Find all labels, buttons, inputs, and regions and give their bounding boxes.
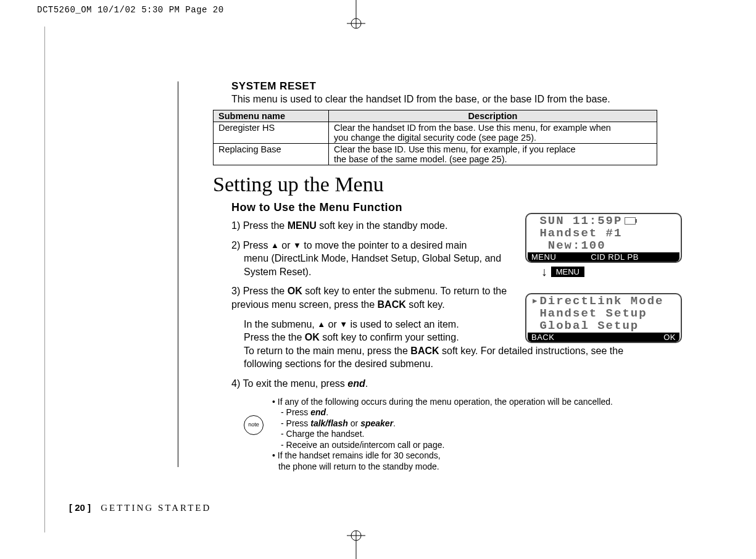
page-number: [ 20 ] xyxy=(69,502,91,513)
down-triangle-icon: ▼ xyxy=(293,241,301,250)
up-triangle-icon: ▲ xyxy=(317,320,325,329)
text: is used to select an item. xyxy=(347,319,459,329)
note-dash: - Charge the handset. xyxy=(281,429,613,440)
text: 2) Press xyxy=(231,240,271,251)
note-line: the phone will return to the standby mod… xyxy=(278,462,613,473)
lcd-line: ▸DirectLink Mode xyxy=(528,296,679,308)
text: 1) Press the xyxy=(231,220,288,231)
text: 3) Press the xyxy=(231,286,288,296)
lcd-softkey-bar: MENU CID RDL PB xyxy=(528,252,679,262)
page-footer: [ 20 ] GETTING STARTED xyxy=(69,502,211,513)
table-row: Replacing Base Clear the base ID. Use th… xyxy=(214,144,657,165)
printer-slug: DCT5260_OM 10/1/02 5:30 PM Page 20 xyxy=(37,5,224,15)
note-dash: - Press talk/flash or speaker. xyxy=(281,418,613,429)
lcd-line: New:100 xyxy=(528,240,679,252)
down-arrow-icon: ↓ xyxy=(541,265,547,278)
table-header-submenu: Submenu name xyxy=(214,110,329,122)
lcd-softkey: CID RDL PB xyxy=(591,253,638,262)
menu-tag: MENU xyxy=(551,267,584,277)
table-text: Clear the handset ID from the base. Use … xyxy=(334,123,611,133)
footer-section: GETTING STARTED xyxy=(101,503,211,513)
step-3: 3) Press the OK soft key to enter the su… xyxy=(231,284,534,311)
system-reset-title: SYSTEM RESET xyxy=(231,80,682,93)
note-bullet: • If the handset remains idle for 30 sec… xyxy=(272,450,613,462)
text-bold: OK xyxy=(288,286,302,296)
lcd-screen-standby: SUN 11:59P Handset #1 New:100 MENU CID R… xyxy=(525,213,682,263)
step-2: 2) Press ▲ or ▼ to move the pointer to a… xyxy=(231,239,528,279)
menu-arrow-block: ↓ MENU xyxy=(541,265,584,278)
text: or xyxy=(279,240,293,251)
text: - Press xyxy=(281,407,310,417)
up-triangle-icon: ▲ xyxy=(271,241,279,250)
table-header-description: Description xyxy=(329,110,657,122)
note-block: note • If any of the following occurs du… xyxy=(244,397,682,473)
how-to-heading: How to Use the Menu Function xyxy=(231,201,682,214)
text-bold: end xyxy=(347,378,365,389)
text-bold: BACK xyxy=(410,346,439,356)
lcd-softkey: BACK xyxy=(531,333,554,342)
table-cell: Clear the base ID. Use this menu, for ex… xyxy=(329,144,657,165)
text: In the submenu, xyxy=(244,319,317,329)
table-row: Deregister HS Clear the handset ID from … xyxy=(214,122,657,144)
lcd-line: SUN 11:59P xyxy=(528,215,679,228)
lcd-softkey: MENU xyxy=(531,253,556,262)
table-cell: Replacing Base xyxy=(214,144,329,165)
lcd-line: Handset #1 xyxy=(528,228,679,240)
note-dash: - Receive an outside/intercom call or pa… xyxy=(281,440,613,451)
text: . xyxy=(365,378,368,389)
down-triangle-icon: ▼ xyxy=(339,320,347,329)
text: 4) To exit the menu, press xyxy=(231,378,347,389)
main-content: SYSTEM RESET This menu is used to clear … xyxy=(213,80,682,472)
pointer-icon: ▸ xyxy=(531,294,539,308)
lcd-softkey-bar: BACK OK xyxy=(528,333,679,342)
text: soft key in the standby mode. xyxy=(317,220,448,231)
text: . xyxy=(326,407,328,417)
battery-icon xyxy=(625,217,636,225)
table-cell: Clear the handset ID from the base. Use … xyxy=(329,122,657,144)
text-bold: OK xyxy=(305,332,320,342)
text: to move the pointer to a desired main xyxy=(301,240,467,251)
lcd-line: Global Setup xyxy=(528,320,679,333)
crop-mark-bottom-icon xyxy=(341,528,372,559)
text: To return to the main menu, press the xyxy=(244,346,410,356)
text: . xyxy=(393,418,396,428)
text-bold: talk/flash xyxy=(310,418,348,428)
text-bold: MENU xyxy=(288,220,317,231)
text: soft key to confirm your setting. xyxy=(320,332,459,342)
content-left-rule xyxy=(178,81,178,467)
table-text: Clear the base ID. Use this menu, for ex… xyxy=(334,144,576,154)
step-4: 4) To exit the menu, press end. xyxy=(231,377,682,391)
note-icon: note xyxy=(244,415,264,435)
lcd-line: Handset Setup xyxy=(528,308,679,320)
text: or xyxy=(325,319,339,329)
note-text: • If any of the following occurs during … xyxy=(272,397,613,473)
text-bold: end xyxy=(310,407,326,417)
note-bullet: • If any of the following occurs during … xyxy=(272,397,613,408)
submenu-table: Submenu name Description Deregister HS C… xyxy=(213,110,657,165)
text: or xyxy=(348,418,360,428)
text: menu (DirectLink Mode, Handset Setup, Gl… xyxy=(231,252,528,278)
lcd-screen-menu: ▸DirectLink Mode Handset Setup Global Se… xyxy=(525,293,682,343)
table-text: you change the digital security code (se… xyxy=(334,133,536,143)
text-bold: speaker xyxy=(360,418,393,428)
table-text: the base of the same model. (see page 25… xyxy=(334,154,507,164)
text: soft key. xyxy=(406,299,445,310)
page-heading: Setting up the Menu xyxy=(213,173,682,196)
lcd-softkey xyxy=(673,253,676,262)
note-dash: - Press end. xyxy=(281,407,613,418)
table-cell: Deregister HS xyxy=(214,122,329,144)
lcd-softkey: OK xyxy=(663,333,676,342)
text-bold: BACK xyxy=(378,299,406,310)
system-reset-intro: This menu is used to clear the handset I… xyxy=(231,94,682,105)
text: - Press xyxy=(281,418,310,428)
text: Press the the xyxy=(244,332,305,342)
